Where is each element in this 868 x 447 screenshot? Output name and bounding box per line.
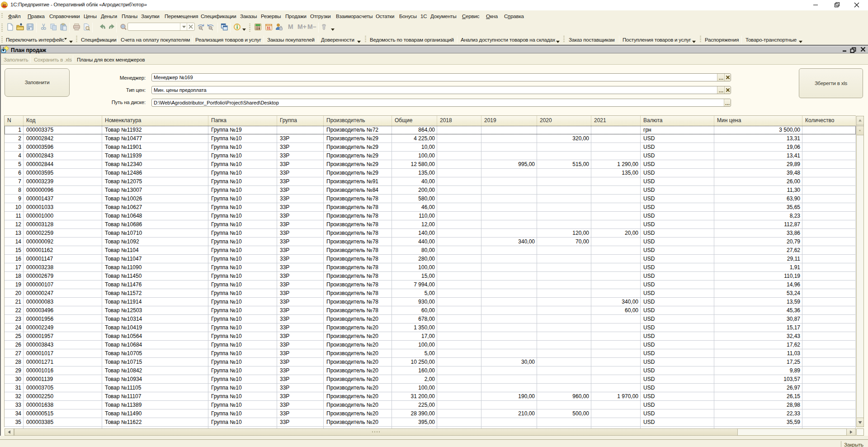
svg-text:31: 31 [266,26,271,30]
svg-text:1с: 1с [2,3,6,7]
